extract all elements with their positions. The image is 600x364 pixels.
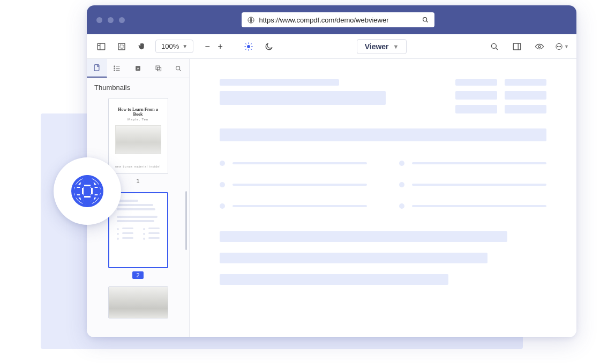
svg-point-19 xyxy=(176,66,180,70)
page-number-2: 2 xyxy=(132,271,143,279)
pan-hand-icon[interactable] xyxy=(135,40,149,54)
svg-rect-6 xyxy=(513,43,521,50)
svg-point-12 xyxy=(114,66,115,66)
window-maximize-dot[interactable] xyxy=(119,17,125,23)
svg-rect-33 xyxy=(77,188,98,194)
web-globe-badge xyxy=(54,157,121,225)
tab-thumbnails[interactable] xyxy=(87,59,107,78)
chevron-down-icon: ▼ xyxy=(564,44,569,49)
zoom-value: 100% xyxy=(161,42,179,50)
tab-layers[interactable] xyxy=(148,59,169,78)
globe-icon xyxy=(247,16,255,24)
fullscreen-icon[interactable] xyxy=(115,40,129,54)
svg-point-11 xyxy=(560,46,560,47)
panel-title: Thumbnails xyxy=(87,78,189,95)
browser-window: https://www.compdf.com/demo/webviewer 10… xyxy=(87,5,576,337)
mode-dropdown[interactable]: Viewer ▼ xyxy=(357,39,407,54)
search-icon[interactable] xyxy=(488,40,501,54)
thumb-footer: new bonus material inside! xyxy=(115,165,161,168)
svg-point-4 xyxy=(247,45,250,48)
thumbnail-page-3[interactable] xyxy=(108,286,168,318)
thumbs-scrollbar[interactable] xyxy=(185,191,187,250)
document-viewport[interactable] xyxy=(190,59,576,337)
thumb-image xyxy=(115,125,161,154)
svg-point-13 xyxy=(114,68,115,69)
light-mode-icon[interactable] xyxy=(242,40,256,54)
zoom-out-button[interactable]: − xyxy=(202,42,213,51)
titlebar: https://www.compdf.com/demo/webviewer xyxy=(87,5,576,34)
svg-rect-35 xyxy=(77,185,98,187)
window-close-dot[interactable] xyxy=(96,17,102,23)
zoom-in-button[interactable]: + xyxy=(215,42,226,51)
eye-icon[interactable] xyxy=(532,40,546,54)
document-page xyxy=(190,59,576,337)
svg-rect-2 xyxy=(98,43,105,50)
zoom-select[interactable]: 100% ▼ xyxy=(155,40,193,53)
thumbnail-page-1[interactable]: How to Learn From a Book Maple, Ten new … xyxy=(108,98,168,174)
svg-point-7 xyxy=(538,46,541,48)
page-number-1: 1 xyxy=(132,177,143,185)
svg-point-14 xyxy=(114,70,115,71)
search-icon[interactable] xyxy=(422,16,429,24)
more-icon[interactable]: ▼ xyxy=(555,40,569,54)
main-area: A Thumbnails How to Learn From a Book Ma… xyxy=(87,59,576,337)
window-minimize-dot[interactable] xyxy=(108,17,114,23)
window-controls xyxy=(96,17,125,23)
panel-toggle-icon[interactable] xyxy=(94,40,108,54)
svg-rect-3 xyxy=(118,43,125,50)
thumb-title: How to Learn From a Book xyxy=(113,107,163,117)
svg-rect-17 xyxy=(156,66,160,70)
globe-icon xyxy=(70,173,105,209)
svg-point-1 xyxy=(423,18,426,21)
svg-point-5 xyxy=(491,43,496,48)
svg-rect-18 xyxy=(157,67,161,71)
side-tabs: A xyxy=(87,59,189,78)
svg-rect-36 xyxy=(77,195,98,197)
mode-label: Viewer xyxy=(365,42,389,51)
tab-search[interactable] xyxy=(169,59,189,78)
right-panel-icon[interactable] xyxy=(510,40,524,54)
tab-annotations[interactable]: A xyxy=(128,59,148,78)
chevron-down-icon: ▼ xyxy=(393,43,399,50)
svg-point-9 xyxy=(557,46,558,47)
addressbar[interactable]: https://www.compdf.com/demo/webviewer xyxy=(242,12,434,27)
url-text: https://www.compdf.com/demo/webviewer xyxy=(259,16,417,24)
chevron-down-icon: ▼ xyxy=(182,43,188,49)
svg-point-10 xyxy=(559,46,559,47)
tab-outline[interactable] xyxy=(107,59,128,78)
toolbar: 100% ▼ − + Viewer ▼ xyxy=(87,34,576,59)
thumb-subtitle: Maple, Ten xyxy=(128,118,148,121)
dark-mode-icon[interactable] xyxy=(262,40,276,54)
